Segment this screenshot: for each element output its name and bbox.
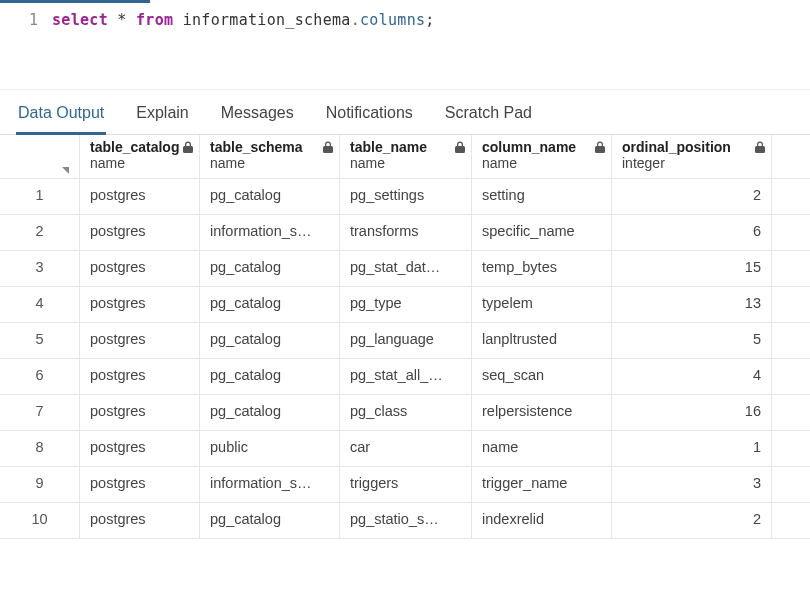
- row-number-cell[interactable]: 8: [0, 431, 80, 466]
- column-header-type: name: [210, 155, 329, 171]
- result-tabs: Data Output Explain Messages Notificatio…: [0, 90, 810, 135]
- cell-ordinal-position[interactable]: 1: [612, 431, 772, 466]
- table-row[interactable]: 4postgrespg_catalogpg_typetypelem13: [0, 287, 810, 323]
- cell-table-schema[interactable]: information_s…: [200, 215, 340, 250]
- tab-scratch-pad[interactable]: Scratch Pad: [443, 98, 534, 135]
- column-header-type: name: [350, 155, 461, 171]
- sql-editor[interactable]: 1 select * from information_schema.colum…: [0, 3, 810, 90]
- cell-table-name[interactable]: pg_statio_s…: [340, 503, 472, 538]
- row-number-cell[interactable]: 6: [0, 359, 80, 394]
- table-row[interactable]: 8postgrespubliccarname1: [0, 431, 810, 467]
- cell-table-schema[interactable]: pg_catalog: [200, 251, 340, 286]
- cell-table-catalog[interactable]: postgres: [80, 287, 200, 322]
- cell-table-name[interactable]: pg_stat_all_…: [340, 359, 472, 394]
- lock-icon: [183, 141, 193, 153]
- star-token: *: [117, 11, 126, 29]
- sort-triangle-icon: [62, 167, 69, 174]
- cell-column-name[interactable]: seq_scan: [472, 359, 612, 394]
- cell-column-name[interactable]: setting: [472, 179, 612, 214]
- cell-ordinal-position[interactable]: 6: [612, 215, 772, 250]
- table-row[interactable]: 9postgresinformation_s…triggerstrigger_n…: [0, 467, 810, 503]
- identifier-table: columns: [360, 11, 425, 29]
- table-row[interactable]: 2postgresinformation_s…transformsspecifi…: [0, 215, 810, 251]
- cell-column-name[interactable]: name: [472, 431, 612, 466]
- row-number-cell[interactable]: 10: [0, 503, 80, 538]
- column-header-ordinal-position[interactable]: ordinal_position integer: [612, 135, 772, 178]
- table-row[interactable]: 5postgrespg_catalogpg_languagelanpltrust…: [0, 323, 810, 359]
- row-number-cell[interactable]: 4: [0, 287, 80, 322]
- tab-messages[interactable]: Messages: [219, 98, 296, 135]
- cell-table-schema[interactable]: pg_catalog: [200, 323, 340, 358]
- column-header-table-name[interactable]: table_name name: [340, 135, 472, 178]
- cell-table-catalog[interactable]: postgres: [80, 359, 200, 394]
- cell-column-name[interactable]: temp_bytes: [472, 251, 612, 286]
- cell-table-name[interactable]: pg_class: [340, 395, 472, 430]
- tab-notifications[interactable]: Notifications: [324, 98, 415, 135]
- cell-table-catalog[interactable]: postgres: [80, 503, 200, 538]
- tab-data-output[interactable]: Data Output: [16, 98, 106, 135]
- cell-ordinal-position[interactable]: 16: [612, 395, 772, 430]
- cell-table-schema[interactable]: pg_catalog: [200, 179, 340, 214]
- column-header-table-schema[interactable]: table_schema name: [200, 135, 340, 178]
- cell-table-name[interactable]: pg_type: [340, 287, 472, 322]
- identifier-schema: information_schema: [183, 11, 351, 29]
- cell-ordinal-position[interactable]: 5: [612, 323, 772, 358]
- cell-table-name[interactable]: triggers: [340, 467, 472, 502]
- cell-table-schema[interactable]: pg_catalog: [200, 395, 340, 430]
- cell-table-schema[interactable]: public: [200, 431, 340, 466]
- sql-code-line[interactable]: select * from information_schema.columns…: [52, 9, 435, 29]
- cell-column-name[interactable]: indexrelid: [472, 503, 612, 538]
- cell-table-catalog[interactable]: postgres: [80, 215, 200, 250]
- cell-column-name[interactable]: typelem: [472, 287, 612, 322]
- table-row[interactable]: 10postgrespg_catalogpg_statio_s…indexrel…: [0, 503, 810, 539]
- column-header-type: name: [482, 155, 601, 171]
- table-row[interactable]: 3postgrespg_catalogpg_stat_dat…temp_byte…: [0, 251, 810, 287]
- cell-ordinal-position[interactable]: 2: [612, 503, 772, 538]
- cell-table-schema[interactable]: pg_catalog: [200, 359, 340, 394]
- row-number-cell[interactable]: 2: [0, 215, 80, 250]
- cell-column-name[interactable]: specific_name: [472, 215, 612, 250]
- row-number-cell[interactable]: 5: [0, 323, 80, 358]
- lock-icon: [595, 141, 605, 153]
- cell-table-name[interactable]: pg_language: [340, 323, 472, 358]
- table-row[interactable]: 6postgrespg_catalogpg_stat_all_…seq_scan…: [0, 359, 810, 395]
- cell-table-catalog[interactable]: postgres: [80, 395, 200, 430]
- column-header-title: column_name: [482, 139, 601, 155]
- column-header-title: table_catalog: [90, 139, 189, 155]
- column-header-table-catalog[interactable]: table_catalog name: [80, 135, 200, 178]
- cell-table-schema[interactable]: information_s…: [200, 467, 340, 502]
- row-number-cell[interactable]: 1: [0, 179, 80, 214]
- cell-column-name[interactable]: relpersistence: [472, 395, 612, 430]
- line-number: 1: [0, 9, 52, 29]
- cell-table-name[interactable]: car: [340, 431, 472, 466]
- cell-column-name[interactable]: trigger_name: [472, 467, 612, 502]
- row-number-cell[interactable]: 7: [0, 395, 80, 430]
- cell-ordinal-position[interactable]: 2: [612, 179, 772, 214]
- cell-table-catalog[interactable]: postgres: [80, 431, 200, 466]
- cell-table-catalog[interactable]: postgres: [80, 323, 200, 358]
- cell-column-name[interactable]: lanpltrusted: [472, 323, 612, 358]
- lock-icon: [323, 141, 333, 153]
- cell-table-catalog[interactable]: postgres: [80, 251, 200, 286]
- row-number-cell[interactable]: 3: [0, 251, 80, 286]
- cell-ordinal-position[interactable]: 13: [612, 287, 772, 322]
- grid-body: 1postgrespg_catalogpg_settingssetting22p…: [0, 179, 810, 539]
- cell-table-catalog[interactable]: postgres: [80, 467, 200, 502]
- row-number-cell[interactable]: 9: [0, 467, 80, 502]
- tab-explain[interactable]: Explain: [134, 98, 190, 135]
- cell-table-catalog[interactable]: postgres: [80, 179, 200, 214]
- cell-table-name[interactable]: transforms: [340, 215, 472, 250]
- cell-table-schema[interactable]: pg_catalog: [200, 287, 340, 322]
- cell-table-name[interactable]: pg_stat_dat…: [340, 251, 472, 286]
- cell-table-schema[interactable]: pg_catalog: [200, 503, 340, 538]
- row-number-header[interactable]: [0, 135, 80, 178]
- table-row[interactable]: 1postgrespg_catalogpg_settingssetting2: [0, 179, 810, 215]
- cell-ordinal-position[interactable]: 15: [612, 251, 772, 286]
- cell-table-name[interactable]: pg_settings: [340, 179, 472, 214]
- column-header-title: table_schema: [210, 139, 329, 155]
- cell-ordinal-position[interactable]: 4: [612, 359, 772, 394]
- column-header-column-name[interactable]: column_name name: [472, 135, 612, 178]
- table-row[interactable]: 7postgrespg_catalogpg_classrelpersistenc…: [0, 395, 810, 431]
- column-header-type: name: [90, 155, 189, 171]
- cell-ordinal-position[interactable]: 3: [612, 467, 772, 502]
